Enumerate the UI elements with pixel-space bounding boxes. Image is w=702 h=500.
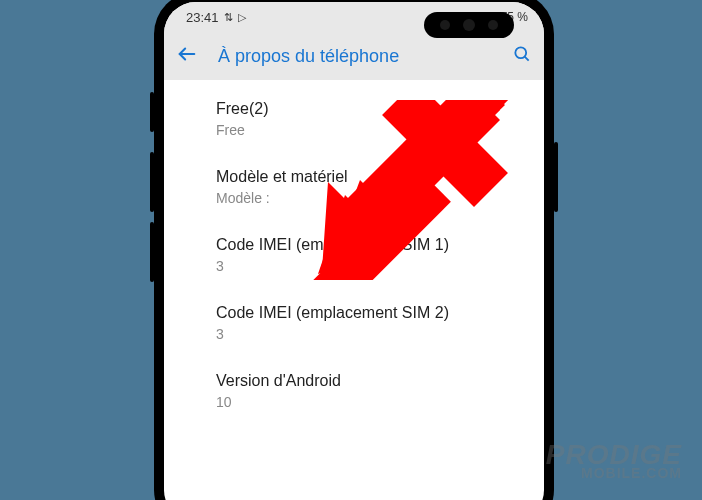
watermark: PRODIGE MOBILE.COM — [546, 442, 682, 480]
svg-point-1 — [515, 47, 526, 58]
watermark-line1: PRODIGE — [546, 442, 682, 467]
list-item-model[interactable]: Modèle et matériel Modèle : — [216, 168, 544, 206]
list-item-carrier[interactable]: Free(2) Free — [216, 100, 544, 138]
camera-notch — [424, 12, 514, 38]
phone-side-button — [150, 92, 154, 132]
item-title: Version d'Android — [216, 372, 544, 390]
list-item-imei-sim2[interactable]: Code IMEI (emplacement SIM 2) 3 — [216, 304, 544, 342]
item-subtitle: 3 — [216, 258, 544, 274]
status-icon: ⇅ — [224, 11, 233, 24]
item-subtitle: 10 — [216, 394, 544, 410]
settings-list: Free(2) Free Modèle et matériel Modèle :… — [164, 80, 544, 410]
item-subtitle: 3 — [216, 326, 544, 342]
status-time: 23:41 — [186, 10, 219, 25]
svg-line-2 — [525, 57, 529, 61]
page-title: À propos du téléphone — [218, 46, 492, 67]
item-subtitle: Modèle : — [216, 190, 544, 206]
phone-side-button — [554, 142, 558, 212]
item-title: Code IMEI (emplacement SIM 1) — [216, 236, 544, 254]
search-icon — [512, 44, 532, 64]
item-title: Modèle et matériel — [216, 168, 544, 186]
back-button[interactable] — [176, 43, 198, 69]
phone-side-button — [150, 222, 154, 282]
item-subtitle: Free — [216, 122, 544, 138]
list-item-imei-sim1[interactable]: Code IMEI (emplacement SIM 1) 3 — [216, 236, 544, 274]
item-title: Code IMEI (emplacement SIM 2) — [216, 304, 544, 322]
arrow-left-icon — [176, 43, 198, 65]
app-bar: À propos du téléphone — [164, 32, 544, 80]
search-button[interactable] — [512, 44, 532, 68]
phone-side-button — [150, 152, 154, 212]
list-item-android-version[interactable]: Version d'Android 10 — [216, 372, 544, 410]
status-icon: ▷ — [238, 11, 246, 24]
item-title: Free(2) — [216, 100, 544, 118]
phone-frame: 23:41 ⇅ ▷ ◢ ▯ 75 % À propos du téléphone… — [154, 0, 554, 500]
phone-screen: 23:41 ⇅ ▷ ◢ ▯ 75 % À propos du téléphone… — [164, 2, 544, 500]
